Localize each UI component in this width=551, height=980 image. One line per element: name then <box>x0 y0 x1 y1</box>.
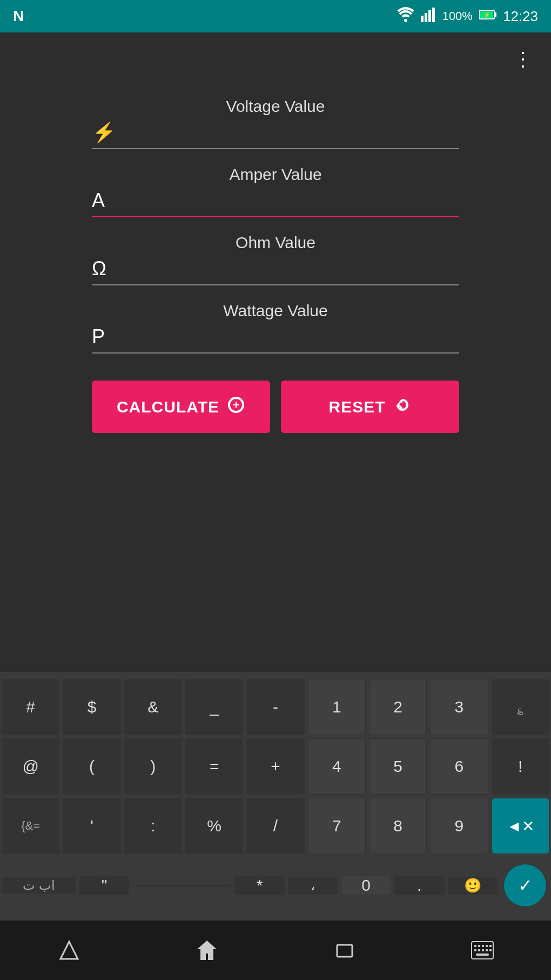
app-bar: ⋮ <box>0 32 551 86</box>
calculate-label: CALCULATE <box>117 398 219 416</box>
key-exclamation[interactable]: ! <box>492 738 549 795</box>
ohm-label: Ohm Value <box>92 234 459 252</box>
svg-rect-13 <box>482 945 484 947</box>
key-period[interactable]: . <box>394 876 445 895</box>
key-percent[interactable]: % <box>185 798 243 854</box>
key-minus[interactable]: - <box>246 679 304 735</box>
key-apostrophe[interactable]: ' <box>63 798 120 854</box>
app-logo: N <box>13 8 24 25</box>
svg-marker-8 <box>61 942 78 959</box>
key-lparen[interactable]: ( <box>63 738 120 795</box>
wattage-input[interactable] <box>120 327 459 347</box>
svg-rect-1 <box>425 13 427 22</box>
ohm-field-group: Ohm Value Ω <box>92 234 459 285</box>
key-hash[interactable]: # <box>2 679 59 735</box>
button-row: CALCULATE RESET <box>92 381 459 433</box>
keyboard-row-3: {&= ' : % / 7 8 9 ◄✕ <box>0 796 551 856</box>
reset-button[interactable]: RESET <box>281 381 459 433</box>
svg-rect-17 <box>478 949 480 951</box>
wifi-icon <box>397 7 414 25</box>
voltage-input[interactable] <box>123 123 459 143</box>
svg-rect-20 <box>489 949 492 951</box>
nav-keyboard-button[interactable] <box>461 929 504 972</box>
calculate-icon <box>227 396 245 418</box>
key-6[interactable]: 6 <box>430 738 488 795</box>
svg-rect-12 <box>478 945 480 947</box>
bottom-nav <box>0 921 551 980</box>
key-equals[interactable]: = <box>185 738 243 795</box>
emoji-key[interactable]: 🙂 <box>448 877 498 895</box>
svg-rect-15 <box>489 945 492 947</box>
key-1[interactable]: 1 <box>308 679 366 735</box>
svg-rect-3 <box>432 8 435 22</box>
keyboard-row-1: # $ & _ - 1 2 3 ؏ <box>0 677 551 737</box>
key-5[interactable]: 5 <box>369 738 427 795</box>
key-8[interactable]: 8 <box>369 798 427 854</box>
key-plus[interactable]: + <box>246 738 304 795</box>
svg-rect-11 <box>474 945 476 947</box>
ohm-input[interactable] <box>120 259 459 279</box>
key-question[interactable]: ؏ <box>492 679 549 735</box>
voltage-field-group: Voltage Value ⚡ <box>92 97 459 149</box>
nav-home-button[interactable] <box>185 929 229 972</box>
key-at[interactable]: @ <box>2 738 59 795</box>
reset-label: RESET <box>328 398 385 416</box>
calculate-button[interactable]: CALCULATE <box>92 381 270 433</box>
menu-button[interactable]: ⋮ <box>513 48 534 71</box>
nav-recents-button[interactable] <box>323 929 366 972</box>
wattage-input-row: P <box>92 325 459 354</box>
voltage-icon: ⚡ <box>92 121 116 144</box>
check-key[interactable]: ✓ <box>503 864 547 907</box>
svg-rect-19 <box>486 949 488 951</box>
svg-rect-14 <box>486 945 488 947</box>
key-0[interactable]: 0 <box>341 876 391 895</box>
wattage-field-group: Wattage Value P <box>92 302 459 354</box>
key-symbols[interactable]: {&= <box>2 798 59 854</box>
voltage-label: Voltage Value <box>92 97 459 116</box>
ohm-icon: Ω <box>92 257 113 280</box>
wattage-label: Wattage Value <box>92 302 459 320</box>
status-time: 12:23 <box>503 8 538 25</box>
wattage-icon: P <box>92 325 113 348</box>
svg-rect-16 <box>474 949 476 951</box>
main-content: Voltage Value ⚡ Amper Value A Ohm Value … <box>0 86 551 672</box>
backspace-key[interactable]: ◄✕ <box>492 798 549 854</box>
amper-field-group: Amper Value A <box>92 165 459 217</box>
key-slash[interactable]: / <box>246 798 304 854</box>
key-arabic-comma[interactable]: ، <box>288 877 338 895</box>
amper-icon: A <box>92 189 113 212</box>
keyboard-row-4: اب ت " * ، 0 . 🙂 ✓ <box>0 856 551 915</box>
key-7[interactable]: 7 <box>308 798 366 854</box>
svg-rect-21 <box>476 954 489 956</box>
svg-rect-9 <box>337 945 352 957</box>
key-4[interactable]: 4 <box>308 738 366 795</box>
amper-input[interactable] <box>120 191 459 211</box>
svg-rect-5 <box>494 12 496 17</box>
battery-icon: ⚡ <box>479 9 496 23</box>
key-arabic[interactable]: اب ت <box>2 877 76 894</box>
key-rparen[interactable]: ) <box>124 738 182 795</box>
key-dquote[interactable]: " <box>79 876 130 895</box>
key-9[interactable]: 9 <box>430 798 488 854</box>
key-space[interactable] <box>132 885 231 886</box>
reset-icon <box>393 396 412 418</box>
svg-rect-0 <box>421 16 424 22</box>
voltage-input-row: ⚡ <box>92 121 459 149</box>
svg-rect-18 <box>482 949 484 951</box>
key-2[interactable]: 2 <box>369 679 427 735</box>
key-3[interactable]: 3 <box>430 679 488 735</box>
svg-text:⚡: ⚡ <box>483 11 490 18</box>
keyboard-row-2: @ ( ) = + 4 5 6 ! <box>0 737 551 796</box>
ohm-input-row: Ω <box>92 257 459 285</box>
status-bar-left: N <box>13 8 24 25</box>
amper-input-row: A <box>92 189 459 217</box>
keyboard: # $ & _ - 1 2 3 ؏ @ ( ) = + 4 5 6 ! {&= … <box>0 672 551 921</box>
key-underscore[interactable]: _ <box>185 679 243 735</box>
key-ampersand[interactable]: & <box>124 679 182 735</box>
key-colon[interactable]: : <box>124 798 182 854</box>
nav-back-button[interactable] <box>48 929 91 972</box>
key-dollar[interactable]: $ <box>63 679 120 735</box>
status-bar: N 100% ⚡ 1 <box>0 0 551 32</box>
key-asterisk[interactable]: * <box>234 876 285 895</box>
signal-icon <box>421 7 436 25</box>
